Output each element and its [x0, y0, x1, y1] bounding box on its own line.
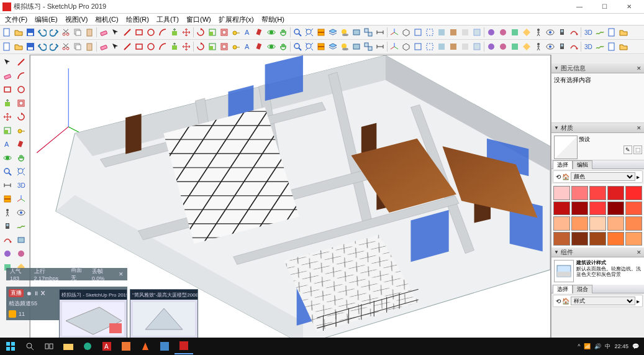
tb-tbrow1-40-plugin-icon[interactable] — [486, 27, 497, 38]
tool-rotate-icon[interactable] — [15, 111, 27, 123]
tool-follow-icon[interactable] — [1, 234, 14, 246]
home2-icon[interactable]: 🏠 — [562, 298, 569, 305]
tb-tbrow1-23-pan-icon[interactable] — [278, 27, 289, 38]
tb-tbrow2-7-paste-icon[interactable] — [84, 41, 95, 52]
menu-camera[interactable]: 相机(C) — [91, 14, 122, 25]
tool-circle-icon[interactable] — [15, 83, 27, 96]
swatch-8[interactable] — [607, 201, 624, 216]
tb-tbrow2-6-copy-icon[interactable] — [72, 41, 83, 52]
tb-tbrow2-40-plugin-icon[interactable] — [486, 41, 497, 52]
tool-plugin-icon[interactable] — [1, 247, 14, 260]
materials-header[interactable]: ▼材质✕ — [551, 123, 644, 133]
tb-tbrow2-49-sandbox-icon[interactable] — [594, 41, 605, 52]
tb-tbrow1-5-cut-icon[interactable] — [60, 27, 71, 38]
app-explorer-icon[interactable] — [59, 338, 78, 354]
tray-up-icon[interactable]: ^ — [578, 343, 580, 349]
tool-zoom-ext-icon[interactable] — [15, 165, 27, 178]
swatch-2[interactable] — [589, 186, 606, 200]
tb-tbrow2-9-select-icon[interactable] — [110, 41, 121, 52]
maximize-button[interactable]: ☐ — [592, 0, 617, 14]
tray-net-icon[interactable]: 📶 — [584, 343, 591, 349]
tb-tbrow2-31-dim-icon[interactable] — [374, 41, 386, 52]
tb-tbrow1-9-select-icon[interactable] — [110, 27, 121, 38]
swatch-14[interactable] — [625, 216, 642, 231]
swatch-13[interactable] — [607, 216, 624, 231]
swatch-12[interactable] — [589, 216, 606, 231]
menu-tools[interactable]: 工具(T) — [153, 14, 183, 25]
app-edge-icon[interactable] — [78, 338, 97, 354]
tb-tbrow2-30-group-icon[interactable] — [363, 41, 374, 52]
tb-tbrow2-32-axes-icon[interactable] — [389, 41, 400, 52]
tb-tbrow2-43-plugin4-icon[interactable] — [521, 41, 532, 52]
tb-tbrow1-16-rotate-icon[interactable] — [195, 27, 206, 38]
tb-tbrow1-27-layers-icon[interactable] — [327, 27, 338, 38]
tool-plugin2-icon[interactable] — [15, 247, 27, 260]
tb-tbrow1-46-position-icon[interactable] — [556, 27, 568, 38]
tray-vol-icon[interactable]: 🔊 — [594, 343, 601, 349]
tool-position-icon[interactable] — [1, 220, 14, 233]
swatch-16[interactable] — [571, 232, 588, 246]
task-thumb-1[interactable]: 模拟练习 - SketchUp Pro 2019 — [59, 289, 127, 338]
task-view-icon[interactable] — [40, 338, 58, 354]
materials-tab-edit[interactable]: 编辑 — [573, 160, 592, 169]
tb-tbrow1-3-undo-icon[interactable] — [37, 27, 48, 38]
tool-component-icon[interactable] — [15, 234, 27, 246]
tb-tbrow1-35-hidden-icon[interactable] — [424, 27, 435, 38]
tool-zoom-icon[interactable] — [1, 165, 14, 178]
tb-tbrow1-18-offset-icon[interactable] — [219, 27, 230, 38]
tray-notif-icon[interactable]: 💬 — [632, 343, 639, 349]
tool-look-icon[interactable] — [15, 206, 27, 219]
app-unknown-icon[interactable] — [155, 338, 174, 354]
app-vlc-icon[interactable] — [136, 338, 155, 354]
tb-tbrow2-48-3dtext-icon[interactable]: 3D — [583, 41, 594, 52]
tb-tbrow2-42-plugin3-icon[interactable] — [509, 41, 520, 52]
menu-edit[interactable]: 编辑(E) — [31, 14, 61, 25]
tb-tbrow1-4-redo-icon[interactable] — [48, 27, 60, 38]
tray-ime-icon[interactable]: 中 — [605, 343, 610, 351]
tool-select-icon[interactable] — [1, 56, 14, 68]
tb-tbrow2-18-offset-icon[interactable] — [219, 41, 230, 52]
tb-tbrow2-41-plugin2-icon[interactable] — [497, 41, 509, 52]
tool-move-icon[interactable] — [1, 111, 14, 123]
styles-tab-select[interactable]: 选择 — [553, 285, 573, 293]
tb-tbrow2-2-save-icon[interactable] — [25, 41, 36, 52]
tb-tbrow1-8-erase-icon[interactable] — [98, 27, 109, 38]
tb-tbrow2-34-wire-icon[interactable] — [412, 41, 424, 52]
tb-tbrow2-3-undo-icon[interactable] — [37, 41, 48, 52]
tb-tbrow2-10-line-icon[interactable] — [122, 41, 133, 52]
tool-tape-icon[interactable] — [15, 124, 27, 137]
app-wps-icon[interactable] — [117, 338, 135, 354]
tb-tbrow1-51-open-icon[interactable] — [618, 27, 629, 38]
tb-tbrow2-29-component-icon[interactable] — [351, 41, 362, 52]
menu-help[interactable]: 帮助(H) — [258, 14, 288, 25]
swatch-1[interactable] — [571, 186, 588, 200]
tb-tbrow2-16-rotate-icon[interactable] — [195, 41, 206, 52]
tool-push-icon[interactable] — [1, 97, 14, 109]
swatch-19[interactable] — [625, 232, 642, 246]
tb-tbrow1-37-tex-icon[interactable] — [448, 27, 459, 38]
tb-tbrow1-42-plugin3-icon[interactable] — [509, 27, 520, 38]
tb-tbrow2-4-redo-icon[interactable] — [48, 41, 60, 52]
tb-tbrow1-49-sandbox-icon[interactable] — [594, 27, 605, 38]
menu-window[interactable]: 窗口(W) — [183, 14, 215, 25]
material-category-select[interactable]: 颜色 — [571, 172, 635, 181]
detail2-icon[interactable]: ▸ — [637, 298, 640, 305]
tb-tbrow2-33-iso-icon[interactable] — [401, 41, 412, 52]
tb-tbrow1-48-3dtext-icon[interactable]: 3D — [583, 27, 594, 38]
start-button[interactable] — [1, 338, 20, 354]
tb-tbrow1-33-iso-icon[interactable] — [401, 27, 412, 38]
tray-time[interactable]: 22:45 — [614, 343, 628, 349]
tb-tbrow2-1-open-icon[interactable] — [13, 41, 24, 52]
styles-tab-mix[interactable]: 混合 — [573, 285, 592, 293]
tb-tbrow1-47-follow-icon[interactable] — [568, 27, 579, 38]
tb-tbrow2-19-tape-icon[interactable] — [230, 41, 242, 52]
tb-tbrow2-36-shade-icon[interactable] — [436, 41, 447, 52]
swatch-11[interactable] — [571, 216, 588, 231]
tb-tbrow1-31-dim-icon[interactable] — [374, 27, 386, 38]
tb-tbrow2-24-zoom-icon[interactable] — [292, 41, 303, 52]
app-autocad-icon[interactable]: A — [98, 338, 116, 354]
tb-tbrow2-47-follow-icon[interactable] — [568, 41, 579, 52]
tb-tbrow2-8-erase-icon[interactable] — [98, 41, 109, 52]
tb-tbrow1-41-plugin2-icon[interactable] — [497, 27, 509, 38]
tb-tbrow1-24-zoom-icon[interactable] — [292, 27, 303, 38]
